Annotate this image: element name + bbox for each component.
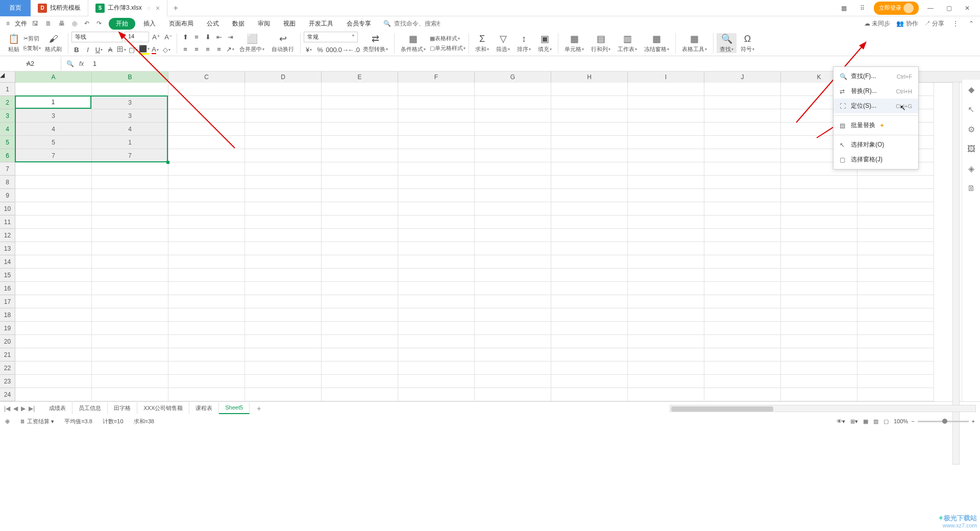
save2-icon[interactable]: 🗎 (43, 20, 54, 27)
menu-replace[interactable]: ⇄替换(R)... Ctrl+H (834, 84, 918, 99)
row-header[interactable]: 24 (0, 388, 15, 401)
cell[interactable] (245, 361, 322, 375)
cell[interactable] (628, 162, 704, 176)
cell[interactable] (398, 308, 475, 322)
view-page-button[interactable]: ▥ (873, 418, 878, 425)
cell[interactable] (475, 136, 551, 149)
align-justify-button[interactable]: ≡ (214, 44, 224, 55)
row-header[interactable]: 5 (0, 136, 15, 149)
cell[interactable] (245, 136, 322, 149)
cell[interactable] (551, 215, 628, 229)
sheet-tab-active[interactable]: Sheet5 (219, 402, 250, 414)
cell[interactable] (15, 295, 92, 308)
cell[interactable] (168, 322, 245, 335)
menu-tab-review[interactable]: 审阅 (253, 17, 275, 30)
cell[interactable] (551, 176, 628, 189)
orient-button[interactable]: ↗▾ (225, 44, 235, 55)
indent-dec-button[interactable]: ⇤ (214, 32, 224, 42)
cell[interactable] (704, 388, 781, 401)
menu-select-pane[interactable]: ▢选择窗格(J) (834, 152, 918, 167)
cell[interactable] (628, 215, 704, 229)
sheet-tab[interactable]: 田字格 (108, 402, 137, 414)
cell[interactable] (704, 295, 781, 308)
active-cell[interactable]: 1 (15, 95, 91, 109)
cell[interactable] (781, 282, 857, 295)
cell[interactable] (628, 136, 704, 149)
cell[interactable] (551, 295, 628, 308)
find-button[interactable]: 🔍查找▾ (717, 33, 737, 53)
menu-select-objects[interactable]: ↖选择对象(O) (834, 137, 918, 152)
table-tool-button[interactable]: ▦表格工具▾ (679, 33, 710, 53)
cell[interactable]: 3 (92, 96, 168, 109)
file-menu[interactable]: 文件 (15, 19, 27, 28)
cell[interactable] (628, 269, 704, 282)
cell[interactable] (704, 189, 781, 202)
doc-name[interactable]: 🗎 工资结算 ▾ (20, 418, 54, 425)
cell[interactable] (322, 176, 398, 189)
fx-icon[interactable]: fx (79, 60, 84, 67)
cell[interactable]: 4 (15, 123, 92, 136)
cell[interactable] (398, 242, 475, 255)
share-button[interactable]: ↗ 分享 (924, 19, 944, 28)
row-header[interactable]: 2 (0, 96, 15, 109)
menu-find[interactable]: 🔍查找(F)... Ctrl+F (834, 69, 918, 84)
cell[interactable] (704, 96, 781, 109)
cell[interactable] (857, 322, 934, 335)
cell[interactable] (551, 335, 628, 348)
cell[interactable] (398, 215, 475, 229)
row-header[interactable]: 23 (0, 375, 15, 388)
cell[interactable] (245, 242, 322, 255)
cell[interactable] (781, 361, 857, 375)
cell[interactable] (781, 229, 857, 242)
cell[interactable] (92, 348, 168, 361)
table-fmt-button[interactable]: ▦ 表格样式▾ (430, 35, 465, 42)
cell[interactable] (628, 242, 704, 255)
cell[interactable] (857, 295, 934, 308)
cell[interactable] (245, 229, 322, 242)
cell[interactable] (168, 109, 245, 123)
cell[interactable] (551, 149, 628, 162)
cell[interactable] (551, 136, 628, 149)
side-image-icon[interactable]: 🖼 (967, 144, 975, 154)
strike-button[interactable]: A (105, 44, 115, 55)
cell[interactable] (322, 295, 398, 308)
cell[interactable] (781, 242, 857, 255)
cell[interactable] (15, 322, 92, 335)
col-header-a[interactable]: A (15, 71, 92, 83)
menu-tab-layout[interactable]: 页面布局 (164, 17, 199, 30)
cell[interactable] (245, 308, 322, 322)
cell[interactable]: 3 (15, 109, 92, 123)
cell[interactable] (245, 162, 322, 176)
cell[interactable] (398, 375, 475, 388)
cell[interactable] (245, 176, 322, 189)
cell[interactable] (857, 388, 934, 401)
cell[interactable] (168, 308, 245, 322)
cell[interactable] (704, 83, 781, 96)
more-icon[interactable]: ⋮ (950, 20, 961, 27)
cell[interactable] (857, 202, 934, 215)
align-right-button[interactable]: ≡ (203, 44, 213, 55)
cell[interactable] (168, 136, 245, 149)
side-location-icon[interactable]: ◈ (968, 164, 974, 174)
horizontal-scrollbar[interactable] (670, 405, 976, 412)
cell[interactable] (551, 255, 628, 269)
row-header[interactable]: 7 (0, 162, 15, 176)
align-bot-button[interactable]: ⬇ (203, 32, 213, 42)
cell[interactable] (245, 295, 322, 308)
cell[interactable] (551, 189, 628, 202)
cell[interactable] (322, 348, 398, 361)
cell[interactable] (15, 83, 92, 96)
chevron-down-icon[interactable]: ▾ (0, 60, 58, 67)
cell[interactable] (92, 335, 168, 348)
cell[interactable] (322, 215, 398, 229)
cell[interactable] (398, 229, 475, 242)
col-header-f[interactable]: F (398, 71, 475, 83)
cell[interactable] (475, 348, 551, 361)
cell[interactable] (322, 202, 398, 215)
cell[interactable] (857, 282, 934, 295)
cell[interactable] (398, 322, 475, 335)
cell[interactable] (15, 361, 92, 375)
zoom-slider[interactable] (918, 421, 969, 422)
cell[interactable] (398, 96, 475, 109)
cell[interactable] (168, 269, 245, 282)
